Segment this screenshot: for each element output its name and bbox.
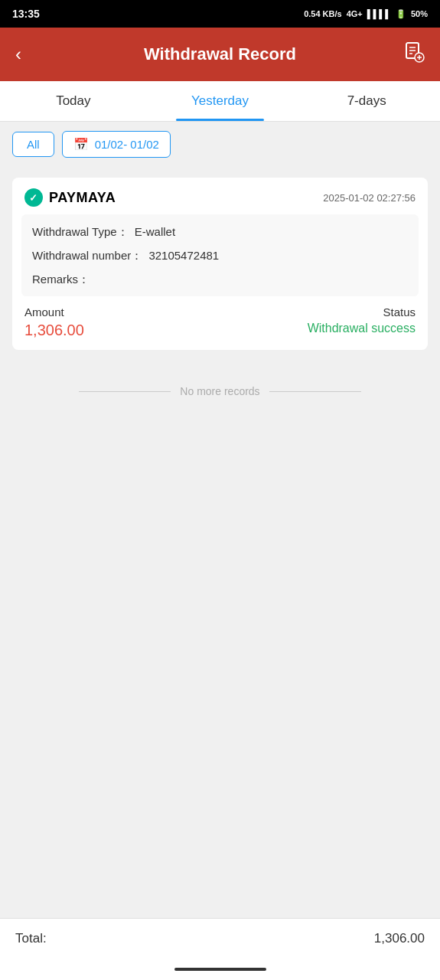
tab-yesterday[interactable]: Yesterday [147,81,294,121]
status-value: Withdrawal success [308,322,416,335]
footer-label: Total: [15,931,47,946]
footer-total-value: 1,306.00 [374,931,425,946]
no-more-line-right [269,391,361,392]
network-type: 4G+ [347,9,363,18]
record-timestamp: 2025-01-02 02:27:56 [323,192,416,204]
withdrawal-number-label: Withdrawal number： [32,249,142,262]
remarks-label: Remarks： [32,273,90,286]
amount-value: 1,306.00 [24,322,84,339]
withdrawal-record-card: ✓ PAYMAYA 2025-01-02 02:27:56 Withdrawal… [12,178,428,350]
status-time: 13:35 [12,8,40,20]
paymaya-check-icon: ✓ [24,188,43,207]
signal-icon: ▌▌▌▌ [367,9,391,18]
bottom-bar [0,959,440,980]
status-section: Status Withdrawal success [308,305,416,335]
no-more-line-left [79,391,171,392]
tabs-container: Today Yesterday 7-days [0,81,440,122]
withdrawal-type-row: Withdrawal Type： E-wallet [32,224,408,240]
record-details: Withdrawal Type： E-wallet Withdrawal num… [21,214,419,296]
home-indicator [174,968,266,971]
status-bar: 13:35 0.54 KB/s 4G+ ▌▌▌▌ 🔋 50% [0,0,440,28]
no-more-records: No more records [12,362,428,413]
date-range-label: 01/02- 01/02 [95,138,159,151]
content-area: ✓ PAYMAYA 2025-01-02 02:27:56 Withdrawal… [0,167,440,918]
amount-status-row: Amount 1,306.00 Status Withdrawal succes… [12,305,428,339]
back-button[interactable]: ‹ [15,44,43,65]
header: ‹ Withdrawal Record [0,28,440,81]
no-more-label: No more records [180,385,259,397]
status-right: 0.54 KB/s 4G+ ▌▌▌▌ 🔋 50% [304,9,428,19]
footer: Total: 1,306.00 [0,918,440,959]
provider-name: PAYMAYA [49,190,116,206]
data-speed: 0.54 KB/s [304,9,342,18]
filter-row: All 📅 01/02- 01/02 [0,122,440,167]
remarks-row: Remarks： [32,271,408,287]
date-filter-button[interactable]: 📅 01/02- 01/02 [62,131,171,158]
battery-icon: 🔋 [396,9,406,19]
withdrawal-type-label: Withdrawal Type： [32,225,129,238]
upload-report-icon[interactable] [397,41,425,67]
tab-today[interactable]: Today [0,81,147,121]
withdrawal-number-row: Withdrawal number： 32105472481 [32,247,408,263]
withdrawal-type-value: E-wallet [135,225,175,238]
all-filter-button[interactable]: All [12,132,54,157]
amount-section: Amount 1,306.00 [24,305,84,339]
battery-level: 50% [411,9,428,18]
amount-label: Amount [24,305,84,318]
record-header: ✓ PAYMAYA 2025-01-02 02:27:56 [12,178,428,214]
status-label: Status [308,305,416,318]
withdrawal-number-value: 32105472481 [148,249,219,262]
paymaya-logo: ✓ PAYMAYA [24,188,116,207]
tab-7days[interactable]: 7-days [293,81,440,121]
page-title: Withdrawal Record [43,44,397,64]
calendar-icon: 📅 [73,137,89,152]
